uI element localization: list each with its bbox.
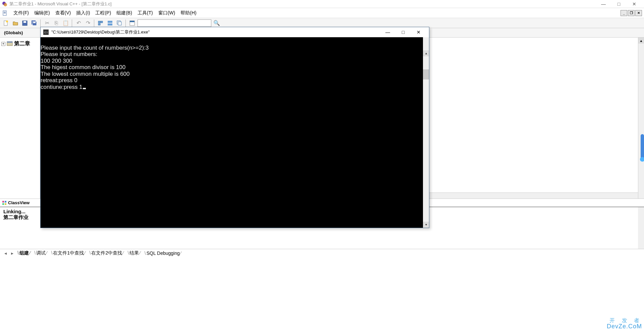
cascade-icon[interactable] — [115, 19, 123, 27]
svg-rect-4 — [4, 12, 6, 13]
console-line: contiune:press 1 — [41, 84, 83, 90]
menu-view[interactable]: 查看(V) — [53, 9, 74, 17]
console-close[interactable]: ✕ — [411, 27, 426, 37]
mdi-controls: _ ❐ ✕ — [620, 10, 642, 16]
scroll-up-icon[interactable]: ▴ — [423, 50, 429, 56]
console-minimize[interactable]: — — [380, 27, 395, 37]
console-line: retreat:press 0 — [41, 77, 77, 84]
editor-vscrollbar[interactable]: ▲ — [638, 38, 644, 199]
mdi-restore[interactable]: ❐ — [628, 10, 635, 16]
close-button[interactable]: ✕ — [627, 0, 642, 8]
console-titlebar[interactable]: C:\ "C:\Users\18729\Desktop\Debug\第二章作业1… — [41, 27, 429, 37]
minimize-button[interactable]: — — [596, 0, 611, 8]
svg-rect-16 — [108, 21, 112, 23]
cut-icon[interactable]: ✂ — [43, 19, 51, 27]
output-vscrollbar[interactable] — [638, 207, 644, 249]
menubar: 文件(F) 编辑(E) 查看(V) 插入(I) 工程(P) 组建(B) 工具(T… — [0, 8, 644, 18]
console-body[interactable]: Please input the count of numbers(n>=2):… — [41, 37, 429, 228]
scope-combo-label[interactable]: (Globals) — [2, 30, 29, 35]
svg-rect-14 — [101, 21, 103, 23]
window-list-icon[interactable] — [97, 19, 105, 27]
svg-rect-25 — [5, 201, 6, 203]
console-line: 100 200 300 — [41, 58, 72, 64]
svg-rect-23 — [7, 42, 12, 43]
svg-rect-9 — [23, 21, 26, 23]
separator — [72, 19, 72, 27]
expand-icon[interactable]: + — [1, 42, 5, 46]
tree-root-label: 第二章 — [14, 40, 30, 47]
menu-build[interactable]: 组建(B) — [114, 9, 135, 17]
svg-point-7 — [6, 20, 8, 22]
title-text: 第二章作业1 - Microsoft Visual C++ - [第二章作业1.… — [9, 1, 112, 7]
app-icon — [2, 1, 7, 7]
cursor — [83, 88, 86, 89]
svg-rect-13 — [98, 21, 100, 23]
console-vscrollbar[interactable]: ▴ ▾ — [423, 37, 429, 228]
separator — [125, 19, 126, 27]
svg-rect-17 — [108, 23, 112, 25]
console-icon: C:\ — [43, 30, 49, 35]
svg-rect-3 — [4, 12, 6, 12]
output-tab-build[interactable]: 组建 — [15, 250, 32, 256]
classview-icon — [2, 201, 7, 205]
svg-rect-12 — [33, 22, 36, 23]
open-icon[interactable] — [11, 19, 19, 27]
menu-tools[interactable]: 工具(T) — [135, 9, 156, 17]
mdi-minimize[interactable]: _ — [621, 10, 627, 16]
menu-window[interactable]: 窗口(W) — [156, 9, 178, 17]
console-line: The higest common divisor is 100 — [41, 64, 125, 70]
output-tab-debug[interactable]: 调试 — [32, 250, 49, 256]
scroll-down-icon[interactable]: ▾ — [423, 222, 429, 228]
console-line: Please input the count of numbers(n>=2):… — [41, 45, 149, 51]
undo-icon[interactable]: ↶ — [74, 19, 83, 27]
svg-rect-5 — [4, 13, 6, 13]
console-line: Please input numbers: — [41, 51, 97, 57]
menu-help[interactable]: 帮助(H) — [178, 9, 199, 17]
search-icon[interactable]: 🔍 — [213, 19, 221, 27]
tabs-next-icon[interactable]: ▸ — [9, 250, 15, 256]
scroll-up-icon[interactable]: ▲ — [638, 38, 644, 44]
svg-point-1 — [4, 3, 7, 6]
console-maximize[interactable]: □ — [395, 27, 411, 37]
console-window: C:\ "C:\Users\18729\Desktop\Debug\第二章作业1… — [40, 27, 429, 228]
output-tabs: ◂ ▸ 组建 调试 在文件1中查找 在文件2中查找 结果 SQL Debuggi… — [0, 249, 644, 257]
menu-insert[interactable]: 插入(I) — [73, 9, 93, 17]
svg-rect-19 — [118, 22, 121, 25]
tabs-prev-icon[interactable]: ◂ — [2, 250, 9, 256]
tree-root[interactable]: + 第二章 — [1, 40, 39, 47]
find-combo[interactable] — [138, 19, 211, 27]
page-scroll-thumb[interactable] — [640, 157, 644, 162]
main-titlebar: 第二章作业1 - Microsoft Visual C++ - [第二章作业1.… — [0, 0, 644, 8]
workspace-panel: + 第二章 — [0, 38, 40, 199]
copy-icon[interactable]: ⎘ — [52, 19, 60, 27]
output-tab-find2[interactable]: 在文件2中查找 — [88, 250, 126, 256]
classview-label: ClassView — [8, 200, 30, 205]
output-tab-results[interactable]: 结果 — [126, 250, 143, 256]
watermark-top: 开 发 者 — [607, 318, 642, 324]
output-tab-find1[interactable]: 在文件1中查找 — [49, 250, 87, 256]
paste-icon[interactable]: 📋 — [62, 19, 70, 27]
menu-project[interactable]: 工程(P) — [93, 9, 114, 17]
svg-rect-26 — [2, 203, 4, 205]
menu-file[interactable]: 文件(F) — [11, 9, 32, 17]
maximize-button[interactable]: □ — [611, 0, 627, 8]
console-title-text: "C:\Users\18729\Desktop\Debug\第二章作业1.exe… — [51, 29, 150, 35]
scroll-thumb[interactable] — [423, 69, 429, 79]
output-tab-sql[interactable]: SQL Debugging — [143, 251, 183, 256]
svg-rect-15 — [98, 23, 100, 25]
tile-icon[interactable] — [106, 19, 114, 27]
separator — [40, 19, 41, 27]
svg-rect-24 — [2, 201, 4, 203]
mdi-close[interactable]: ✕ — [635, 10, 642, 16]
save-icon[interactable] — [21, 19, 29, 27]
menu-edit[interactable]: 编辑(E) — [32, 9, 53, 17]
document-icon — [2, 10, 8, 16]
toggle-icon[interactable] — [128, 19, 136, 27]
svg-rect-27 — [5, 203, 6, 205]
console-line: The lowest common multiple is 600 — [41, 71, 130, 77]
new-icon[interactable] — [2, 19, 10, 27]
redo-icon[interactable]: ↷ — [84, 19, 92, 27]
save-all-icon[interactable] — [30, 19, 38, 27]
project-icon — [7, 41, 13, 47]
svg-rect-21 — [130, 21, 135, 22]
